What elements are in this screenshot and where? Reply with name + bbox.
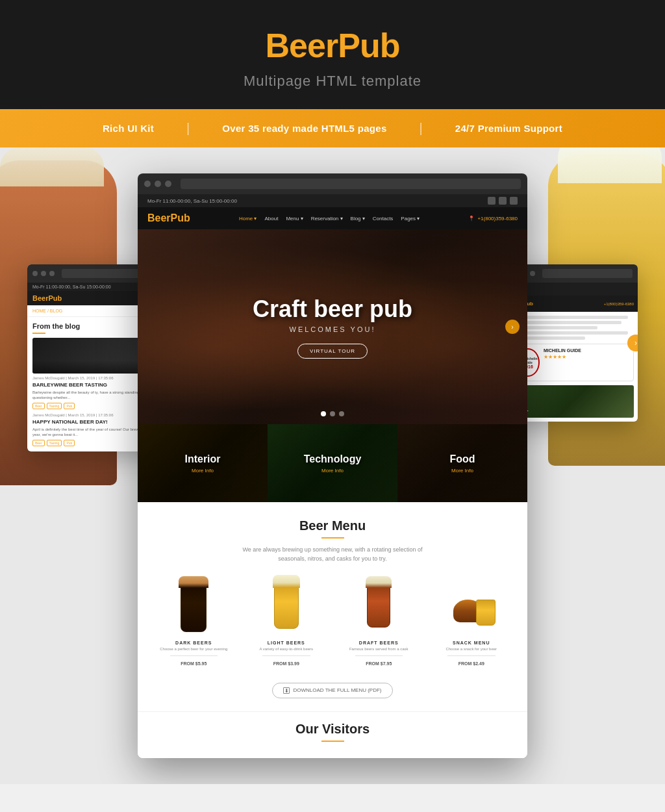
michelin-topbar <box>508 283 638 296</box>
nav-link-pages[interactable]: Pages ▾ <box>401 216 420 222</box>
browser-dot <box>32 271 38 276</box>
nav-link-blog[interactable]: Blog ▾ <box>351 216 365 222</box>
panel-food-label: Food <box>449 453 475 465</box>
dark-beer-price: FROM $5.95 <box>154 661 234 666</box>
main-browser-window: Mo-Fr 11:00-00:00, Sa-Su 15:00-00:00 Bee… <box>138 173 527 758</box>
hero-slider-dots <box>321 411 344 416</box>
hero-title: Craft beer pub <box>253 296 412 323</box>
browser-dot-red <box>144 181 151 187</box>
michelin-stars: ★★★★★ <box>544 354 629 360</box>
light-beer-desc: A variety of easy-to-drink beers <box>247 647 327 652</box>
feature-1: Rich UI Kit <box>70 123 186 134</box>
panel-interior-label: Interior <box>184 453 220 465</box>
download-btn-label: DOWNLOAD THE FULL MENU (PDF) <box>293 687 381 693</box>
feature-3: 24/7 Premium Support <box>423 123 595 134</box>
facebook-icon[interactable] <box>488 197 496 205</box>
beer-card-draft: DRAFT BEERS Famous beers served from a c… <box>336 577 422 672</box>
michelin-card: the michelin guide 2016 MICHELIN GUIDE ★… <box>512 344 634 381</box>
snack-desc: Choose a snack for your beer <box>432 647 512 652</box>
text-line <box>512 316 628 319</box>
instagram-icon[interactable] <box>510 197 518 205</box>
panel-technology-label: Technology <box>304 453 362 465</box>
nav-links: Home ▾ About Menu ▾ Reservation ▾ Blog ▾… <box>239 216 420 222</box>
dark-beer-desc: Choose a perfect beer for your evening <box>154 647 234 652</box>
browser-bar-right <box>508 264 638 283</box>
panel-interior-link[interactable]: More Info <box>192 468 214 474</box>
draft-beer-desc: Famous beers served from a cask <box>339 647 419 652</box>
nav-link-reservation[interactable]: Reservation ▾ <box>311 216 343 222</box>
divider <box>355 655 403 656</box>
visitors-title: Our Visitors <box>151 722 514 737</box>
beer-menu-section: Beer Menu We are always brewing up somet… <box>138 502 527 711</box>
logo-accent: Pub <box>338 27 399 64</box>
visitors-underline <box>321 741 344 742</box>
section-underline <box>321 537 344 539</box>
logo: BeerPub <box>13 26 652 65</box>
header-subtitle: Multipage HTML template <box>13 73 652 90</box>
snack-name: SNACK MENU <box>432 641 512 645</box>
hero-next-arrow[interactable]: › <box>505 320 520 334</box>
blog-nav-logo: BeerPub <box>32 294 62 302</box>
hero-dot-2[interactable] <box>330 411 335 416</box>
feature-2: Over 35 ready made HTML5 pages <box>190 123 419 134</box>
beer-card-dark: DARK BEERS Choose a perfect beer for you… <box>151 577 237 672</box>
tag-pub[interactable]: Pub <box>64 403 75 409</box>
draft-beer-name: DRAFT BEERS <box>339 641 419 645</box>
beer-cards-container: DARK BEERS Choose a perfect beer for you… <box>151 577 514 672</box>
panel-food[interactable]: Food More Info <box>397 424 527 502</box>
phone-icon: 📍 <box>468 216 475 222</box>
michelin-text <box>512 316 634 340</box>
main-url-bar <box>181 179 521 189</box>
nav-link-contacts[interactable]: Contacts <box>373 216 394 222</box>
tag-pub-2[interactable]: Pub <box>64 440 75 446</box>
nav-link-about[interactable]: About <box>264 216 278 222</box>
browser-dot <box>49 271 55 276</box>
browser-dot-green <box>165 181 171 187</box>
michelin-card-title: MICHELIN GUIDE <box>544 348 629 353</box>
draft-beer-image <box>361 583 397 635</box>
nav-link-menu[interactable]: Menu ▾ <box>286 216 303 222</box>
site-nav: BeerPub Home ▾ About Menu ▾ Reservation … <box>138 207 527 229</box>
text-line <box>512 331 628 335</box>
panel-food-link[interactable]: More Info <box>451 468 473 474</box>
download-menu-button[interactable]: ⬇ DOWNLOAD THE FULL MENU (PDF) <box>272 683 392 698</box>
nav-link-home[interactable]: Home ▾ <box>239 216 257 222</box>
social-icons <box>488 197 518 205</box>
hero-content: Craft beer pub WELCOMES YOU! VIRTUAL TOU… <box>253 296 412 359</box>
hero-subtitle: WELCOMES YOU! <box>253 325 412 333</box>
snack-price: FROM $2.49 <box>432 661 512 666</box>
tag-beer-2[interactable]: Beer <box>32 440 45 446</box>
light-beer-name: LIGHT BEERS <box>247 641 327 645</box>
light-beer-price: FROM $3.99 <box>247 661 327 666</box>
tag-beer[interactable]: Beer <box>32 403 45 409</box>
browser-dot <box>530 271 535 276</box>
divider <box>262 655 310 656</box>
panel-technology-link[interactable]: More Info <box>321 468 344 474</box>
snack-combo-icon <box>453 583 496 626</box>
browser-stack: Mo-Fr 11:00-00:00, Sa-Su 15:00-00:00 Bee… <box>131 173 534 758</box>
hero-cta-button[interactable]: VIRTUAL TOUR <box>297 344 368 359</box>
features-bar: Rich UI Kit | Over 35 ready made HTML5 p… <box>0 109 665 147</box>
hero-dot-3[interactable] <box>339 411 344 416</box>
site-hours: Mo-Fr 11:00-00:00, Sa-Su 15:00-00:00 <box>147 198 237 204</box>
beer-card-snack: SNACK MENU Choose a snack for your beer … <box>429 577 515 672</box>
michelin-nav: BeerPub +1(800)359-6380 <box>508 296 638 312</box>
michelin-nav-phone: +1(800)359-6380 <box>604 302 634 306</box>
blog-hours: Mo-Fr 11:00-00:00, Sa-Su 15:00-00:00 <box>32 285 111 289</box>
mug-icon <box>476 600 496 626</box>
panel-technology[interactable]: Technology More Info <box>268 424 397 502</box>
blog-underline <box>32 333 45 334</box>
beer-card-light: LIGHT BEERS A variety of easy-to-drink b… <box>244 577 330 672</box>
site-nav-logo: BeerPub <box>147 212 190 224</box>
browser-dot-yellow <box>155 181 161 187</box>
tag-tasting-2[interactable]: Tasting <box>47 440 62 446</box>
twitter-icon[interactable] <box>499 197 507 205</box>
draft-glass-icon <box>367 583 390 628</box>
logo-text: Beer <box>266 27 338 64</box>
divider <box>170 655 218 656</box>
beer-menu-title: Beer Menu <box>151 518 514 533</box>
panel-interior[interactable]: Interior More Info <box>138 424 268 502</box>
hero-dot-1[interactable] <box>321 411 326 416</box>
dark-beer-image <box>176 583 212 635</box>
tag-tasting[interactable]: Tasting <box>47 403 62 409</box>
